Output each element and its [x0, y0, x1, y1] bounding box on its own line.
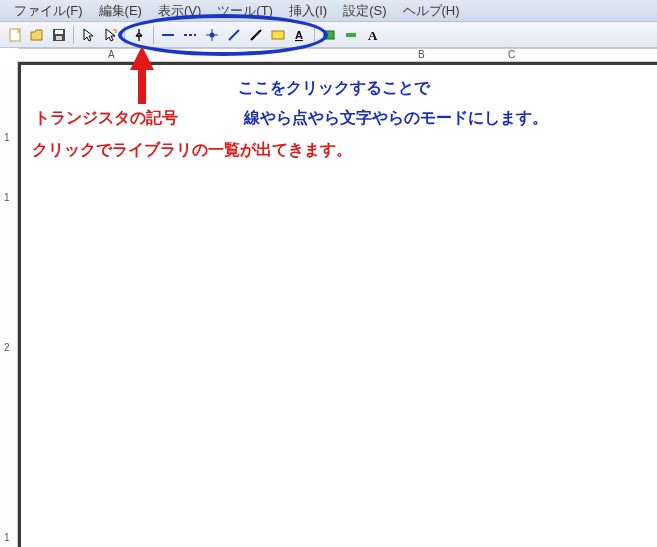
move-tool-button[interactable]: [100, 25, 120, 45]
open-file-button[interactable]: [27, 25, 47, 45]
annotation-red-line1: トランジスタの記号: [34, 108, 178, 129]
row-label: 1: [4, 132, 10, 143]
save-file-button[interactable]: [49, 25, 69, 45]
menu-bar: ファイル(F) 編集(E) 表示(V) ツール(T) 挿入(I) 設定(S) ヘ…: [0, 0, 657, 22]
toolbar-separator: [124, 26, 125, 44]
row-label: 1: [4, 192, 10, 203]
drawing-sheet[interactable]: [18, 62, 657, 547]
dashed-line-button[interactable]: [180, 25, 200, 45]
col-label-c: C: [508, 49, 515, 60]
svg-rect-3: [56, 36, 62, 40]
annotation-blue-line2: 線やら点やら文字やらのモードにします。: [244, 108, 548, 129]
svg-rect-12: [324, 31, 334, 39]
svg-text:A: A: [368, 28, 378, 43]
svg-rect-11: [272, 31, 284, 39]
menu-settings[interactable]: 設定(S): [335, 0, 394, 22]
green-minus-button[interactable]: [341, 25, 361, 45]
component-button[interactable]: [129, 25, 149, 45]
menu-file[interactable]: ファイル(F): [6, 0, 91, 22]
menu-edit[interactable]: 編集(E): [91, 0, 150, 22]
svg-rect-2: [55, 30, 63, 34]
col-label-b: B: [418, 49, 425, 60]
annotation-blue-line1: ここをクリックすることで: [238, 78, 430, 99]
svg-point-8: [210, 32, 215, 37]
point-button[interactable]: [202, 25, 222, 45]
vertical-ruler: 1 1 2 1: [0, 62, 18, 547]
svg-line-9: [229, 30, 239, 40]
menu-tools[interactable]: ツール(T): [209, 0, 281, 22]
row-label: 2: [4, 342, 10, 353]
label-a-button[interactable]: A: [290, 25, 310, 45]
horizontal-ruler: A B C: [18, 48, 657, 62]
toolbar: A A: [0, 22, 657, 48]
solid-line-button[interactable]: [158, 25, 178, 45]
new-file-button[interactable]: [5, 25, 25, 45]
label-a-icon: A: [295, 29, 303, 41]
svg-line-10: [251, 30, 261, 40]
row-label: 1: [4, 532, 10, 543]
svg-rect-13: [346, 33, 356, 37]
green-rect-button[interactable]: [319, 25, 339, 45]
col-label-a: A: [108, 49, 115, 60]
menu-insert[interactable]: 挿入(I): [281, 0, 335, 22]
diagonal-line-button[interactable]: [224, 25, 244, 45]
yellow-rect-button[interactable]: [268, 25, 288, 45]
menu-help[interactable]: ヘルプ(H): [395, 0, 468, 22]
toolbar-separator: [73, 26, 74, 44]
diagonal-line2-button[interactable]: [246, 25, 266, 45]
toolbar-separator: [153, 26, 154, 44]
cursor-tool-button[interactable]: [78, 25, 98, 45]
menu-view[interactable]: 表示(V): [150, 0, 209, 22]
text-tool-button[interactable]: A: [363, 25, 383, 45]
toolbar-separator: [314, 26, 315, 44]
annotation-red-line2: クリックでライブラリの一覧が出てきます。: [32, 140, 352, 161]
